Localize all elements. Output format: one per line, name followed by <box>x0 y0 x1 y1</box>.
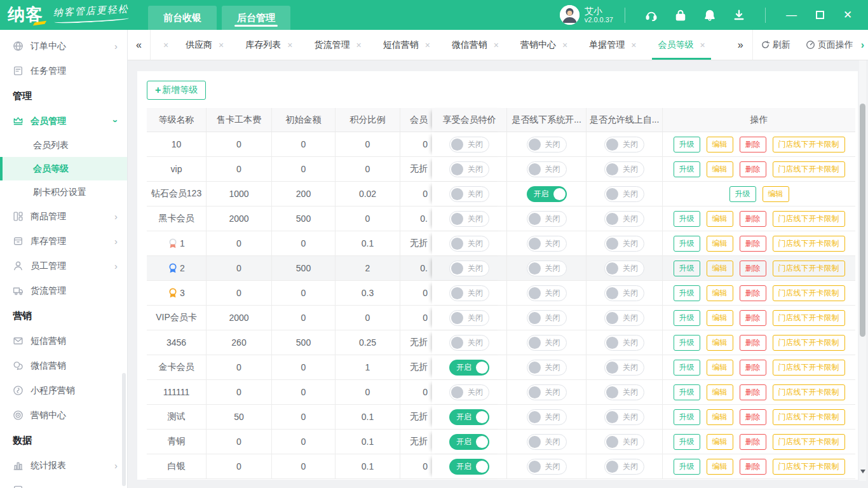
upgrade-button[interactable]: 升级 <box>674 310 700 326</box>
minimize-icon[interactable]: — <box>786 10 797 20</box>
limit-button[interactable]: 门店线下开卡限制 <box>773 285 845 301</box>
sidebar-item-短信营销[interactable]: 短信营销 <box>0 329 127 353</box>
customer-service-icon[interactable] <box>645 9 658 22</box>
add-level-button[interactable]: + 新增等级 <box>147 81 206 100</box>
toggle-off[interactable]: 关闭 <box>527 261 567 276</box>
edit-button[interactable]: 编辑 <box>707 434 733 450</box>
sidebar-item-货流管理[interactable]: 货流管理 <box>0 278 127 303</box>
tab-短信营销[interactable]: 短信营销× <box>372 30 441 60</box>
delete-button[interactable]: 删除 <box>740 459 766 475</box>
toggle-off[interactable]: 关闭 <box>604 310 644 326</box>
toggle-on[interactable]: 开启 <box>527 186 567 202</box>
edit-button[interactable]: 编辑 <box>707 211 733 227</box>
limit-button[interactable]: 门店线下开卡限制 <box>773 236 845 252</box>
toggle-on[interactable]: 开启 <box>449 434 489 450</box>
tab-partial[interactable]: × <box>151 30 175 60</box>
tab-close-icon[interactable]: × <box>163 40 168 50</box>
edit-button[interactable]: 编辑 <box>763 186 789 202</box>
limit-button[interactable]: 门店线下开卡限制 <box>773 211 845 227</box>
sidebar-scrollbar-thumb[interactable] <box>122 373 126 486</box>
upgrade-button[interactable]: 升级 <box>674 335 700 351</box>
delete-button[interactable]: 删除 <box>740 261 766 276</box>
delete-button[interactable]: 删除 <box>740 434 766 450</box>
tab-会员等级[interactable]: 会员等级× <box>647 30 715 60</box>
upgrade-button[interactable]: 升级 <box>674 285 700 301</box>
maximize-icon[interactable] <box>815 11 825 19</box>
upgrade-button[interactable]: 升级 <box>674 137 700 152</box>
sidebar-item-任务管理[interactable]: 任务管理 <box>0 58 127 83</box>
limit-button[interactable]: 门店线下开卡限制 <box>773 409 845 425</box>
edit-button[interactable]: 编辑 <box>707 360 733 376</box>
limit-button[interactable]: 门店线下开卡限制 <box>773 261 845 276</box>
toggle-off[interactable]: 关闭 <box>449 384 489 400</box>
sidebar-item-会员等级[interactable]: 会员等级 <box>0 157 127 180</box>
limit-button[interactable]: 门店线下开卡限制 <box>773 384 845 400</box>
upgrade-button[interactable]: 升级 <box>674 236 700 252</box>
toggle-off[interactable]: 关闭 <box>604 384 644 400</box>
edit-button[interactable]: 编辑 <box>707 459 733 475</box>
upgrade-button[interactable]: 升级 <box>674 161 700 177</box>
toggle-off[interactable]: 关闭 <box>449 161 489 177</box>
tab-供应商[interactable]: 供应商× <box>175 30 234 60</box>
limit-button[interactable]: 门店线下开卡限制 <box>773 161 845 177</box>
delete-button[interactable]: 删除 <box>740 211 766 227</box>
toggle-off[interactable]: 关闭 <box>449 285 489 301</box>
tab-close-icon[interactable]: × <box>700 40 705 50</box>
limit-button[interactable]: 门店线下开卡限制 <box>773 434 845 450</box>
tab-营销中心[interactable]: 营销中心× <box>510 30 578 60</box>
tab-close-icon[interactable]: × <box>494 40 499 50</box>
delete-button[interactable]: 删除 <box>740 137 766 152</box>
tab-close-icon[interactable]: × <box>287 40 292 50</box>
upgrade-button[interactable]: 升级 <box>674 211 700 227</box>
toggle-off[interactable]: 关闭 <box>604 459 644 475</box>
limit-button[interactable]: 门店线下开卡限制 <box>773 335 845 351</box>
toggle-off[interactable]: 关闭 <box>449 335 489 351</box>
tab-close-icon[interactable]: × <box>425 40 430 50</box>
limit-button[interactable]: 门店线下开卡限制 <box>773 360 845 376</box>
delete-button[interactable]: 删除 <box>740 360 766 376</box>
page-ops-expand-arrow[interactable]: › <box>861 39 868 51</box>
toggle-off[interactable]: 关闭 <box>449 236 489 252</box>
toggle-off[interactable]: 关闭 <box>604 186 644 202</box>
bell-icon[interactable] <box>703 9 716 22</box>
delete-button[interactable]: 删除 <box>740 335 766 351</box>
tab-微信营销[interactable]: 微信营销× <box>441 30 510 60</box>
toggle-off[interactable]: 关闭 <box>604 161 644 177</box>
edit-button[interactable]: 编辑 <box>707 310 733 326</box>
delete-button[interactable]: 删除 <box>740 161 766 177</box>
toggle-off[interactable]: 关闭 <box>449 310 489 326</box>
toggle-off[interactable]: 关闭 <box>604 335 644 351</box>
download-icon[interactable] <box>733 9 745 22</box>
toggle-off[interactable]: 关闭 <box>604 261 644 276</box>
lock-icon[interactable] <box>674 9 687 22</box>
sidebar-item-微信营销[interactable]: 微信营销 <box>0 353 127 378</box>
delete-button[interactable]: 删除 <box>740 384 766 400</box>
toggle-off[interactable]: 关闭 <box>527 459 567 475</box>
sidebar-item-会员列表[interactable]: 会员列表 <box>0 133 127 157</box>
tab-库存列表[interactable]: 库存列表× <box>234 30 303 60</box>
tab-单据管理[interactable]: 单据管理× <box>578 30 647 60</box>
upgrade-button[interactable]: 升级 <box>674 360 700 376</box>
toggle-off[interactable]: 关闭 <box>527 335 567 351</box>
toggle-off[interactable]: 关闭 <box>604 409 644 425</box>
toggle-off[interactable]: 关闭 <box>527 384 567 400</box>
toggle-off[interactable]: 关闭 <box>527 236 567 252</box>
toggle-off[interactable]: 关闭 <box>449 211 489 227</box>
sidebar-item-库存管理[interactable]: 库存管理› <box>0 229 127 254</box>
toggle-off[interactable]: 关闭 <box>527 434 567 450</box>
sidebar-item-刷卡积分设置[interactable]: 刷卡积分设置 <box>0 180 127 204</box>
delete-button[interactable]: 删除 <box>740 285 766 301</box>
delete-button[interactable]: 删除 <box>740 236 766 252</box>
nav-tab-后台管理[interactable]: 后台管理 <box>222 6 290 30</box>
toggle-on[interactable]: 开启 <box>449 409 489 425</box>
edit-button[interactable]: 编辑 <box>707 236 733 252</box>
edit-button[interactable]: 编辑 <box>707 335 733 351</box>
edit-button[interactable]: 编辑 <box>707 161 733 177</box>
edit-button[interactable]: 编辑 <box>707 384 733 400</box>
nav-tab-前台收银[interactable]: 前台收银 <box>148 6 217 30</box>
toggle-off[interactable]: 关闭 <box>527 285 567 301</box>
upgrade-button[interactable]: 升级 <box>674 434 700 450</box>
sidebar-item-统计报表[interactable]: 统计报表› <box>0 453 127 478</box>
content-scrollbar-thumb[interactable] <box>860 104 865 337</box>
tab-close-icon[interactable]: × <box>562 40 567 50</box>
